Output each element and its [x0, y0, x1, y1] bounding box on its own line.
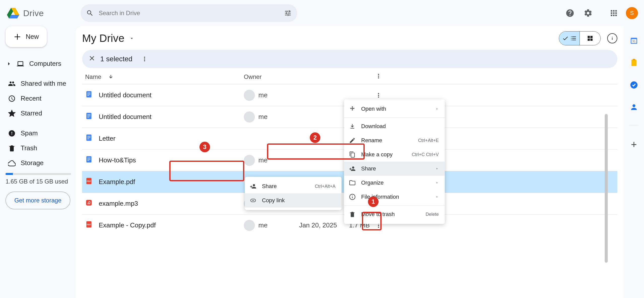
- menu-label: Organize: [361, 180, 384, 186]
- menu-download[interactable]: Download: [344, 119, 445, 133]
- menu-divider: [344, 117, 445, 118]
- menu-move-to-trash[interactable]: Move to trash Delete: [344, 207, 445, 221]
- apps-button[interactable]: [608, 7, 620, 19]
- menu-label: Make a copy: [361, 151, 393, 158]
- column-headers: Name Owner: [82, 68, 617, 84]
- details-button[interactable]: [607, 33, 617, 43]
- selection-bar: 1 selected: [82, 50, 617, 68]
- tune-icon[interactable]: [284, 9, 292, 17]
- menu-label: Share: [262, 183, 277, 190]
- location-label: My Drive: [82, 32, 124, 44]
- menu-open-with[interactable]: Open with: [344, 102, 445, 116]
- addons-button[interactable]: +: [631, 139, 637, 150]
- sort-arrow-icon[interactable]: [108, 74, 114, 80]
- sidebar-item-shared[interactable]: Shared with me: [6, 76, 71, 91]
- scrollbar[interactable]: [605, 114, 608, 263]
- dots-icon: [141, 55, 148, 63]
- header-icons: S: [564, 7, 638, 19]
- plus-icon: [14, 33, 21, 41]
- svg-rect-16: [87, 160, 89, 161]
- selection-more-button[interactable]: [140, 54, 150, 64]
- sidebar-item-starred[interactable]: Starred: [6, 106, 71, 121]
- view-toggle: [559, 31, 601, 45]
- svg-point-30: [632, 104, 635, 107]
- owner-avatar: [244, 90, 255, 101]
- header: Drive S: [0, 0, 644, 26]
- info-icon: [609, 35, 616, 42]
- file-name: Untitled document: [99, 91, 152, 99]
- storage-bar: [6, 173, 71, 175]
- help-button[interactable]: [564, 7, 576, 19]
- sidebar-item-label: Spam: [21, 129, 38, 137]
- sidebar-item-computers[interactable]: Computers: [6, 56, 71, 71]
- sidebar-item-recent[interactable]: Recent: [6, 91, 71, 106]
- grid-view-button[interactable]: [580, 32, 600, 45]
- sidebar-item-storage[interactable]: Storage: [6, 156, 71, 170]
- file-type-icon: [85, 156, 93, 165]
- owner-label: me: [258, 156, 267, 164]
- svg-rect-20: [88, 203, 89, 204]
- menu-file-info[interactable]: File information: [344, 190, 445, 204]
- owner-avatar: [244, 220, 255, 231]
- menu-rename[interactable]: Rename Ctrl+Alt+E: [344, 133, 445, 147]
- laptop-icon: [17, 60, 24, 68]
- context-menu: Open with Download Rename Ctrl+Alt+E Mak…: [344, 99, 445, 224]
- col-more-button[interactable]: [370, 73, 387, 81]
- star-icon: [8, 110, 16, 117]
- col-name-label[interactable]: Name: [85, 73, 101, 80]
- owner-label: me: [258, 91, 267, 99]
- search-bar[interactable]: [81, 4, 297, 22]
- row-more-button[interactable]: [370, 92, 387, 99]
- svg-rect-12: [87, 139, 89, 139]
- owner-label: me: [258, 221, 267, 229]
- sidebar-item-trash[interactable]: Trash: [6, 141, 71, 156]
- main: My Drive 1 selected: [76, 26, 624, 298]
- share-submenu: Share Ctrl+Alt+A Copy link: [245, 177, 342, 210]
- person-add-icon: [349, 165, 356, 172]
- settings-button[interactable]: [582, 7, 594, 19]
- chevron-right-icon: [5, 60, 13, 68]
- location-title[interactable]: My Drive: [82, 32, 134, 44]
- grid-icon: [587, 35, 593, 42]
- menu-label: Copy link: [262, 197, 285, 204]
- svg-rect-10: [87, 136, 91, 137]
- menu-shortcut: Ctrl+Alt+A: [315, 184, 335, 189]
- svg-rect-7: [87, 116, 91, 116]
- new-button[interactable]: New: [6, 26, 47, 47]
- selection-count: 1 selected: [100, 55, 132, 63]
- menu-shortcut: Delete: [426, 212, 439, 217]
- file-type-icon: PDF: [85, 221, 93, 230]
- calendar-icon[interactable]: 31: [630, 36, 638, 45]
- list-icon: [570, 35, 577, 42]
- file-type-icon: [85, 91, 93, 100]
- sidebar-item-spam[interactable]: Spam: [6, 126, 71, 141]
- file-type-icon: [85, 112, 93, 122]
- tasks-icon[interactable]: [630, 81, 638, 89]
- clear-selection-button[interactable]: [88, 54, 96, 64]
- person-add-icon: [250, 183, 256, 190]
- search-input[interactable]: [99, 10, 279, 17]
- menu-label: Open with: [361, 106, 386, 112]
- menu-shortcut: Ctrl+Alt+E: [418, 138, 439, 143]
- new-button-label: New: [26, 33, 39, 41]
- contacts-icon[interactable]: [630, 103, 638, 111]
- get-storage-button[interactable]: Get more storage: [6, 192, 70, 209]
- file-name: Example - Copy.pdf: [99, 221, 156, 229]
- submenu-copy-link[interactable]: Copy link: [245, 193, 342, 207]
- menu-share[interactable]: Share: [344, 162, 445, 176]
- svg-rect-15: [87, 159, 91, 160]
- col-owner-label[interactable]: Owner: [244, 73, 282, 80]
- product-name: Drive: [23, 8, 44, 18]
- menu-organize[interactable]: Organize: [344, 176, 445, 190]
- submenu-share[interactable]: Share Ctrl+Alt+A: [245, 179, 342, 193]
- logo-area: Drive: [6, 6, 72, 20]
- svg-rect-2: [87, 93, 91, 93]
- avatar[interactable]: S: [626, 7, 638, 19]
- menu-shortcut: Ctrl+C Ctrl+V: [412, 152, 439, 157]
- menu-divider: [344, 205, 445, 206]
- menu-make-copy[interactable]: Make a copy Ctrl+C Ctrl+V: [344, 147, 445, 162]
- check-icon: [562, 35, 569, 42]
- keep-icon[interactable]: [630, 58, 638, 67]
- list-view-button[interactable]: [559, 32, 580, 45]
- file-type-icon: [85, 134, 93, 143]
